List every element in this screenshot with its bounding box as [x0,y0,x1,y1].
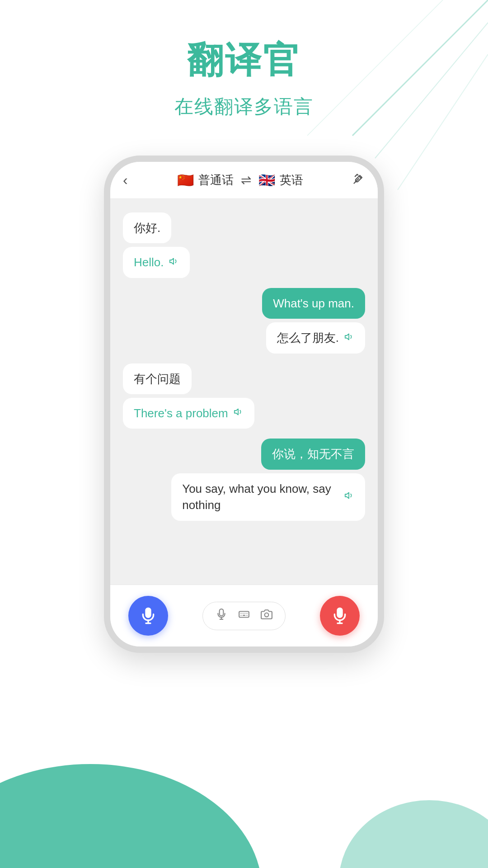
target-language[interactable]: 🇬🇧 英语 [258,172,303,188]
message-group-1: 你好. Hello. [123,212,365,278]
source-lang-label: 普通话 [198,172,234,188]
msg4-original: 你说，知无不言 [261,439,365,469]
svg-marker-7 [345,334,349,340]
clear-button[interactable] [352,172,365,188]
svg-marker-6 [170,258,174,264]
msg3-translation: There's a problem [123,398,254,429]
center-controls [202,602,286,630]
mic-outline-icon[interactable] [216,609,227,623]
speaker-icon-3[interactable] [234,406,244,421]
source-language[interactable]: 🇨🇳 普通话 [177,172,234,188]
phone-mockup: ‹ 🇨🇳 普通话 ⇌ 🇬🇧 英语 [104,156,384,653]
app-subtitle: 在线翻译多语言 [174,94,314,119]
swap-icon[interactable]: ⇌ [241,173,251,188]
svg-marker-9 [345,493,349,499]
app-title: 翻译官 [187,36,301,85]
left-mic-button[interactable] [128,596,168,636]
svg-point-22 [265,613,269,617]
msg1-original: 你好. [123,212,171,243]
toolbar: ‹ 🇨🇳 普通话 ⇌ 🇬🇧 英语 [110,162,378,199]
svg-rect-14 [239,611,249,617]
chat-area: 你好. Hello. What's up man. [110,199,378,585]
msg2-translation: 怎么了朋友. [266,322,365,353]
msg2-original: What's up man. [262,288,365,319]
bottom-bar [110,585,378,646]
right-mic-button[interactable] [320,596,360,636]
speaker-icon-2[interactable] [344,330,354,346]
msg3-original: 有个问题 [123,363,192,394]
msg4-translation: You say, what you know, say nothing [171,473,365,521]
message-group-2: What's up man. 怎么了朋友. [123,288,365,354]
language-selector: 🇨🇳 普通话 ⇌ 🇬🇧 英语 [177,172,303,188]
keyboard-icon[interactable] [238,609,250,623]
target-lang-label: 英语 [280,172,303,188]
speaker-icon-1[interactable] [169,255,179,270]
speaker-icon-4[interactable] [344,489,354,505]
camera-icon[interactable] [261,609,272,623]
message-group-3: 有个问题 There's a problem [123,363,365,429]
source-flag: 🇨🇳 [177,174,194,187]
target-flag: 🇬🇧 [258,174,275,187]
svg-marker-8 [235,409,238,415]
message-group-4: 你说，知无不言 You say, what you know, say noth… [123,439,365,520]
back-button[interactable]: ‹ [123,172,128,189]
msg1-translation: Hello. [123,247,190,278]
